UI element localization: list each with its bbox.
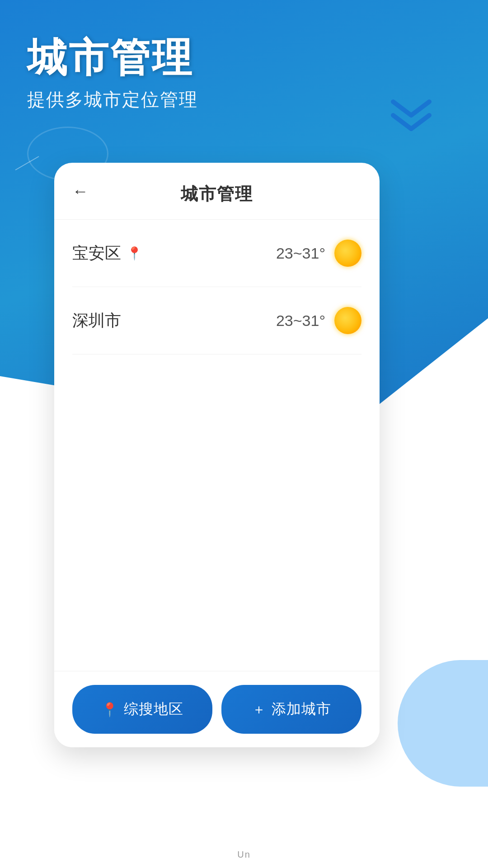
city-list: 宝安区 📍 23~31° 深圳市 23~31° <box>54 220 380 354</box>
bottom-action-buttons: 📍 综搜地区 ＋ 添加城市 <box>54 671 380 747</box>
temp-range-baoan: 23~31° <box>276 245 325 262</box>
locate-area-button[interactable]: 📍 综搜地区 <box>72 685 212 734</box>
location-pin-icon: 📍 <box>127 246 142 261</box>
page-main-title: 城市管理 <box>27 36 198 80</box>
card-header: ← 城市管理 <box>54 163 380 220</box>
bottom-bar: Un <box>0 841 488 868</box>
header-text-area: 城市管理 提供多城市定位管理 <box>27 36 198 112</box>
add-city-button[interactable]: ＋ 添加城市 <box>221 685 361 734</box>
temp-range-shenzhen: 23~31° <box>276 312 325 330</box>
weather-sunny-icon-shenzhen <box>334 307 361 334</box>
card-title: 城市管理 <box>181 183 253 206</box>
locate-icon: 📍 <box>101 702 118 717</box>
locate-button-label: 综搜地区 <box>124 699 183 719</box>
city-item-baoan[interactable]: 宝安区 📍 23~31° <box>72 220 361 287</box>
city-management-card: ← 城市管理 宝安区 📍 23~31° 深圳市 23~31° <box>54 163 380 747</box>
weather-sunny-icon-baoan <box>334 240 361 267</box>
city-right-shenzhen: 23~31° <box>276 307 361 334</box>
city-right-baoan: 23~31° <box>276 240 361 267</box>
bottom-text: Un <box>237 849 251 860</box>
city-left-shenzhen: 深圳市 <box>72 310 121 332</box>
empty-content-area <box>54 354 380 671</box>
add-button-label: 添加城市 <box>272 699 331 719</box>
city-name-baoan: 宝安区 <box>72 242 121 264</box>
city-item-shenzhen[interactable]: 深圳市 23~31° <box>72 287 361 354</box>
add-icon: ＋ <box>252 700 266 719</box>
back-button[interactable]: ← <box>72 182 89 201</box>
chevron-down-icon <box>389 99 434 133</box>
deco-blue-right <box>398 660 488 787</box>
city-left-baoan: 宝安区 📍 <box>72 242 142 264</box>
city-name-shenzhen: 深圳市 <box>72 310 121 332</box>
page-subtitle: 提供多城市定位管理 <box>27 87 198 112</box>
